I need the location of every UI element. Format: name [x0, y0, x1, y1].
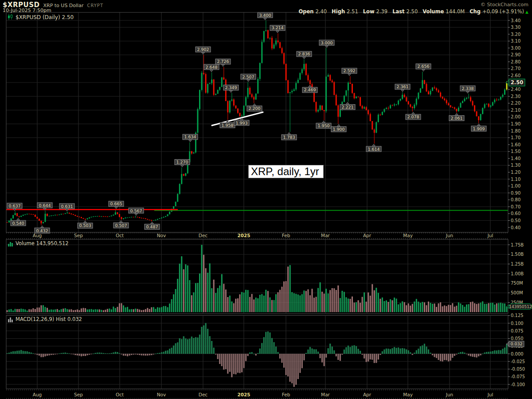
svg-text:0.032: 0.032	[510, 341, 522, 346]
svg-text:3.30: 3.30	[511, 25, 520, 30]
open-label: Open	[298, 8, 313, 15]
svg-text:3.10: 3.10	[511, 39, 520, 43]
svg-text:2.200: 2.200	[248, 106, 260, 111]
svg-text:Apr: Apr	[363, 392, 372, 397]
svg-text:2.90: 2.90	[511, 52, 520, 57]
svg-text:1.70: 1.70	[511, 135, 520, 140]
svg-text:-0.025: -0.025	[511, 359, 525, 364]
svg-text:1.993: 1.993	[235, 121, 247, 125]
svg-text:-0.075: -0.075	[511, 374, 525, 379]
svg-text:2.70: 2.70	[511, 66, 520, 71]
svg-text:3.00: 3.00	[511, 46, 520, 51]
candlestick-icon	[8, 14, 13, 20]
macd-axis: 0.1250.1000.0750.0500.0250.000-0.025-0.0…	[508, 313, 525, 387]
price-callout: 1.783	[282, 133, 297, 140]
last-value: 2.50	[407, 8, 418, 15]
svg-text:0.50: 0.50	[511, 218, 520, 223]
svg-text:1.50: 1.50	[511, 149, 520, 154]
svg-text:Sep: Sep	[74, 233, 83, 238]
svg-text:Apr: Apr	[363, 233, 372, 238]
price-callout: 1.900	[331, 125, 346, 132]
change-up-arrow-icon: ▲	[525, 10, 528, 14]
price-callout: 0.432	[35, 226, 50, 233]
price-callout: 2.338	[460, 86, 475, 93]
svg-text:0.487: 0.487	[146, 224, 158, 229]
price-callout: 2.656	[416, 64, 431, 71]
svg-text:Jun: Jun	[446, 233, 453, 238]
svg-text:May: May	[403, 233, 413, 238]
price-callout: 0.487	[145, 222, 160, 229]
svg-text:Oct: Oct	[116, 233, 124, 238]
svg-text:2.40: 2.40	[511, 87, 520, 92]
price-callout: 0.540	[11, 218, 26, 226]
svg-text:2.30: 2.30	[511, 94, 520, 99]
svg-text:0.80: 0.80	[511, 197, 520, 202]
open-value: 2.40	[315, 8, 327, 15]
svg-text:0.100: 0.100	[511, 321, 524, 326]
svg-text:2.349: 2.349	[225, 85, 237, 90]
text-annotation[interactable]: XRP, daily, 1yr	[248, 165, 324, 178]
volume-axis: 1.75B1.50B1.25B1.00B750M500M250M	[508, 243, 524, 305]
price-callout: 2.469	[302, 85, 317, 93]
svg-text:2.338: 2.338	[462, 86, 473, 91]
svg-text:2.469: 2.469	[304, 87, 316, 92]
last-label: Last	[392, 8, 404, 15]
panel-borders	[6, 12, 508, 399]
svg-text:Mar: Mar	[321, 392, 330, 397]
volume-bars-icon	[8, 241, 13, 246]
svg-text:May: May	[403, 392, 413, 397]
svg-text:2.648: 2.648	[205, 65, 217, 70]
svg-text:2.221: 2.221	[341, 105, 353, 110]
svg-text:1.40: 1.40	[511, 156, 520, 161]
macd-bars-icon	[8, 317, 13, 322]
svg-text:2.902: 2.902	[197, 47, 209, 52]
svg-text:Jul: Jul	[487, 392, 493, 397]
svg-text:1.50B: 1.50B	[511, 252, 524, 257]
svg-text:Nov: Nov	[157, 233, 166, 238]
svg-text:2.20: 2.20	[511, 101, 520, 106]
svg-text:0.40: 0.40	[511, 225, 520, 230]
chart-canvas[interactable]: 0.6370.5400.6440.4320.6310.5030.6650.507…	[0, 0, 532, 399]
svg-text:2.10: 2.10	[511, 108, 520, 113]
svg-text:2.00: 2.00	[511, 114, 520, 119]
svg-text:0.637: 0.637	[8, 203, 20, 208]
last-macd-box: 0.032	[506, 341, 524, 347]
svg-text:0.075: 0.075	[511, 329, 524, 333]
gridlines	[6, 12, 508, 389]
macd-legend-text: MACD(12,26,9) Hist 0.032	[16, 316, 82, 322]
price-callout: 2.902	[196, 47, 211, 55]
price-callout: 2.648	[204, 64, 219, 72]
price-callout: 0.507	[113, 220, 129, 228]
price-callout: 1.958	[220, 120, 235, 128]
svg-text:2.078: 2.078	[407, 114, 419, 119]
price-axis: 3.403.303.203.103.002.902.802.702.602.50…	[508, 18, 520, 230]
price-callout: 3.214	[270, 25, 285, 33]
svg-text:2.061: 2.061	[450, 116, 462, 121]
price-callout: 0.644	[37, 203, 52, 210]
svg-text:1.10: 1.10	[511, 177, 520, 182]
price-callout: 2.507	[241, 74, 256, 82]
svg-text:Aug: Aug	[33, 392, 42, 397]
svg-text:1.00: 1.00	[511, 184, 520, 188]
svg-text:0.125: 0.125	[511, 313, 524, 318]
svg-text:Jun: Jun	[446, 392, 453, 397]
svg-text:1.00B: 1.00B	[511, 271, 524, 276]
svg-text:Sep: Sep	[74, 392, 83, 397]
main-chart-legend: $XRPUSD (Daily) 2.50	[8, 14, 74, 20]
volume-legend: Volume 143,950,512	[8, 240, 69, 246]
last-volume-box: 143950512	[506, 304, 532, 309]
high-label: High	[332, 8, 345, 15]
volume-legend-text: Volume 143,950,512	[16, 240, 69, 246]
svg-text:1.25B: 1.25B	[511, 262, 524, 266]
price-callout: 0.503	[78, 221, 93, 228]
svg-text:2.361: 2.361	[396, 84, 408, 89]
main-legend-text: $XRPUSD (Daily) 2.50	[16, 14, 74, 20]
support-lines[interactable]	[6, 210, 508, 211]
macd-legend: MACD(12,26,9) Hist 0.032	[8, 316, 82, 322]
price-callout: 1.614	[366, 144, 381, 152]
svg-text:1.20: 1.20	[511, 170, 520, 175]
svg-text:2.836: 2.836	[298, 51, 310, 56]
svg-text:Aug: Aug	[33, 233, 42, 238]
svg-text:500M: 500M	[511, 290, 523, 295]
svg-text:0.644: 0.644	[39, 203, 51, 208]
